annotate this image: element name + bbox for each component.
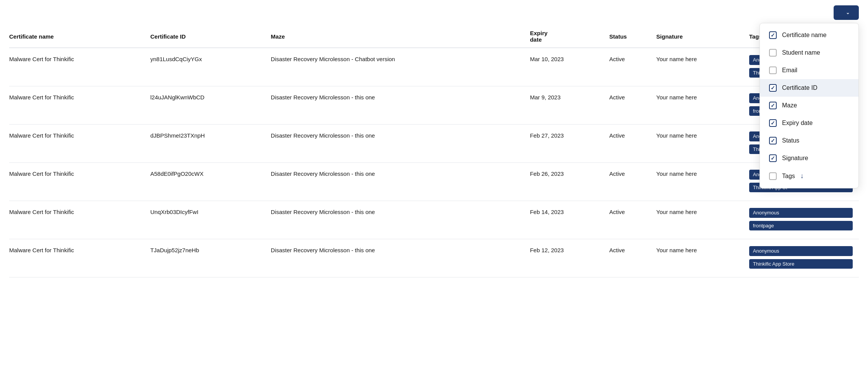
- cell-status: Active: [609, 201, 656, 239]
- tags-container: AnonymousThinkific App Store: [749, 246, 853, 270]
- checkbox-certificate_id[interactable]: [769, 84, 777, 92]
- cell-maze: Disaster Recovery Microlesson - this one: [271, 163, 530, 201]
- cell-signature: Your name here: [656, 239, 749, 277]
- col-header-cert-id: Certificate ID: [150, 25, 270, 48]
- cell-maze: Disaster Recovery Microlesson - this one: [271, 201, 530, 239]
- top-bar: ⌄: [0, 0, 868, 25]
- dropdown-item-student_name[interactable]: Student name: [760, 44, 858, 62]
- dropdown-label-status: Status: [782, 137, 799, 144]
- cell-cert-id: l24uJANglKwnWbCD: [150, 86, 270, 125]
- dropdown-item-tags[interactable]: Tags↓: [760, 167, 858, 185]
- dropdown-label-expiry_date: Expiry date: [782, 120, 813, 126]
- cell-cert-name: Malware Cert for Thinkific: [9, 48, 150, 86]
- table-row: Malware Cert for ThinkificUnqXrb03DIcyfF…: [9, 201, 859, 239]
- table-header-row: Certificate name Certificate ID Maze Exp…: [9, 25, 859, 48]
- dropdown-label-student_name: Student name: [782, 49, 820, 56]
- cell-expiry-date: Mar 9, 2023: [530, 86, 609, 125]
- cell-cert-id: UnqXrb03DIcyfFwI: [150, 201, 270, 239]
- cell-cert-id: A58dE0ifPgO20cWX: [150, 163, 270, 201]
- cell-maze: Disaster Recovery Microlesson - Chatbot …: [271, 48, 530, 86]
- checkbox-expiry_date[interactable]: [769, 119, 777, 127]
- cell-expiry-date: Feb 14, 2023: [530, 201, 609, 239]
- dropdown-item-signature[interactable]: Signature: [760, 149, 858, 167]
- dropdown-label-maze: Maze: [782, 102, 797, 109]
- cell-status: Active: [609, 163, 656, 201]
- cell-cert-id: dJBPShmeI23TXnpH: [150, 125, 270, 163]
- cell-signature: Your name here: [656, 163, 749, 201]
- dropdown-item-maze[interactable]: Maze: [760, 97, 858, 114]
- dropdown-item-status[interactable]: Status: [760, 132, 858, 149]
- cell-maze: Disaster Recovery Microlesson - this one: [271, 125, 530, 163]
- dropdown-item-certificate_id[interactable]: Certificate ID: [760, 79, 858, 97]
- cell-maze: Disaster Recovery Microlesson - this one: [271, 86, 530, 125]
- table-row: Malware Cert for ThinkificTJaDujp52jz7ne…: [9, 239, 859, 277]
- cell-cert-name: Malware Cert for Thinkific: [9, 125, 150, 163]
- cell-cert-name: Malware Cert for Thinkific: [9, 163, 150, 201]
- table-row: Malware Cert for ThinkificdJBPShmeI23TXn…: [9, 125, 859, 163]
- dropdown-label-signature: Signature: [782, 155, 808, 162]
- cell-cert-id: yn81LusdCqCiyYGx: [150, 48, 270, 86]
- dropdown-item-expiry_date[interactable]: Expiry date: [760, 114, 858, 132]
- checkbox-maze[interactable]: [769, 102, 777, 109]
- cell-status: Active: [609, 48, 656, 86]
- chevron-down-icon: ⌄: [846, 10, 850, 15]
- cell-tags: AnonymousThinkific App Store: [749, 239, 859, 277]
- dropdown-label-certificate_name: Certificate name: [782, 32, 827, 39]
- cell-expiry-date: Mar 10, 2023: [530, 48, 609, 86]
- dropdown-label-tags: Tags: [782, 173, 795, 180]
- dropdown-label-certificate_id: Certificate ID: [782, 84, 817, 91]
- checkbox-student_name[interactable]: [769, 49, 777, 57]
- cell-cert-name: Malware Cert for Thinkific: [9, 201, 150, 239]
- col-header-expiry: Expirydate: [530, 25, 609, 48]
- checkbox-certificate_name[interactable]: [769, 31, 777, 39]
- columns-dropdown: Certificate nameStudent nameEmailCertifi…: [760, 23, 859, 188]
- col-header-status: Status: [609, 25, 656, 48]
- cell-signature: Your name here: [656, 201, 749, 239]
- columns-button[interactable]: ⌄: [834, 5, 859, 20]
- cell-tags: Anonymousfrontpage: [749, 201, 859, 239]
- certificates-table: Certificate name Certificate ID Maze Exp…: [9, 25, 859, 277]
- dropdown-item-certificate_name[interactable]: Certificate name: [760, 26, 858, 44]
- cell-expiry-date: Feb 27, 2023: [530, 125, 609, 163]
- tag-pill: frontpage: [749, 221, 853, 231]
- cell-cert-name: Malware Cert for Thinkific: [9, 86, 150, 125]
- cell-expiry-date: Feb 26, 2023: [530, 163, 609, 201]
- table-row: Malware Cert for Thinkificl24uJANglKwnWb…: [9, 86, 859, 125]
- col-header-maze: Maze: [271, 25, 530, 48]
- table-row: Malware Cert for ThinkificA58dE0ifPgO20c…: [9, 163, 859, 201]
- dropdown-item-email[interactable]: Email: [760, 62, 858, 79]
- cell-signature: Your name here: [656, 125, 749, 163]
- cell-cert-name: Malware Cert for Thinkific: [9, 239, 150, 277]
- checkbox-tags[interactable]: [769, 172, 777, 180]
- cell-signature: Your name here: [656, 86, 749, 125]
- tag-pill: Anonymous: [749, 208, 853, 218]
- checkbox-status[interactable]: [769, 137, 777, 144]
- checkbox-email[interactable]: [769, 66, 777, 74]
- cell-status: Active: [609, 125, 656, 163]
- cell-status: Active: [609, 86, 656, 125]
- col-header-signature: Signature: [656, 25, 749, 48]
- col-header-cert-name: Certificate name: [9, 25, 150, 48]
- tags-container: Anonymousfrontpage: [749, 208, 853, 232]
- table-wrapper: Certificate name Certificate ID Maze Exp…: [0, 25, 868, 277]
- checkbox-signature[interactable]: [769, 154, 777, 162]
- cell-signature: Your name here: [656, 48, 749, 86]
- table-row: Malware Cert for Thinkificyn81LusdCqCiyY…: [9, 48, 859, 86]
- tag-pill: Anonymous: [749, 246, 853, 256]
- dropdown-label-email: Email: [782, 67, 797, 74]
- cell-expiry-date: Feb 12, 2023: [530, 239, 609, 277]
- cell-status: Active: [609, 239, 656, 277]
- download-icon[interactable]: ↓: [800, 172, 804, 180]
- cell-maze: Disaster Recovery Microlesson - this one: [271, 239, 530, 277]
- tag-pill: Thinkific App Store: [749, 259, 853, 269]
- cell-cert-id: TJaDujp52jz7neHb: [150, 239, 270, 277]
